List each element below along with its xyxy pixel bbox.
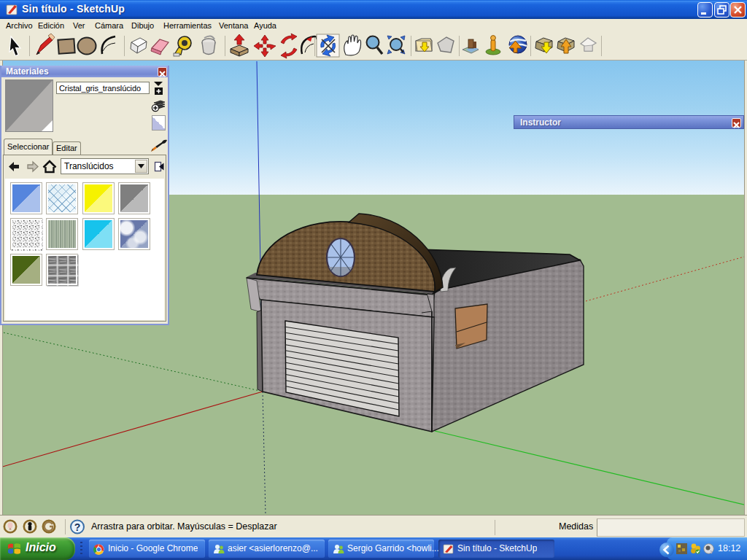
svg-text:?: ? (74, 521, 81, 533)
